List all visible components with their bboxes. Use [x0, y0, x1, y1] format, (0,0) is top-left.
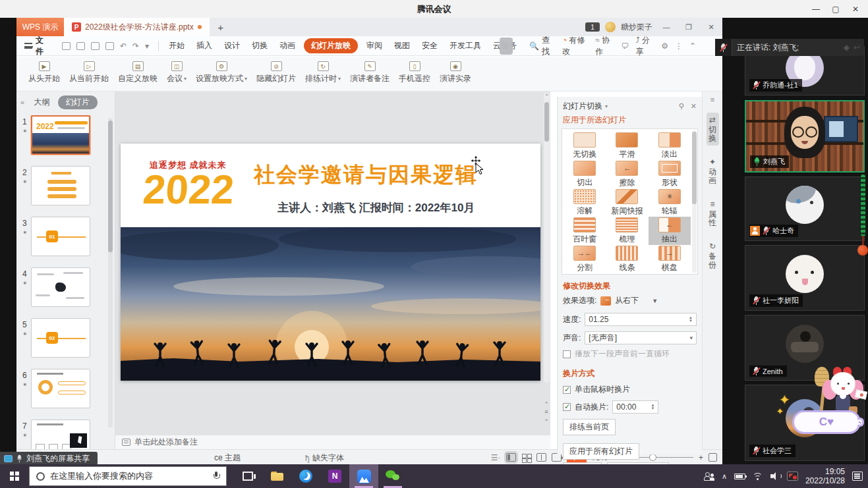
tool-会议[interactable]: ◫会议▾	[167, 61, 187, 84]
tray-expand-icon[interactable]: ∧	[722, 472, 727, 481]
wps-close-button[interactable]: ✕	[703, 23, 720, 32]
tool-隐藏幻灯片[interactable]: ⊘隐藏幻灯片	[256, 61, 296, 84]
print-icon[interactable]	[91, 42, 100, 50]
slide-thumbnail-5[interactable]: 02	[31, 318, 90, 358]
collapse-ribbon-icon[interactable]: ⌃	[689, 41, 696, 51]
transition-百叶窗[interactable]: 百叶窗	[564, 217, 606, 245]
user-avatar[interactable]	[605, 22, 616, 32]
document-tab[interactable]: P 2022级社会学班-方法讲座.pptx	[64, 18, 210, 36]
action-center-icon[interactable]	[852, 472, 863, 481]
transition-抽出[interactable]: ←抽出	[649, 217, 691, 245]
participant-tile-社会学三[interactable]: 社会学三	[745, 385, 865, 461]
participant-tile-哈士奇[interactable]: 哈士奇	[745, 176, 865, 241]
effect-dropdown-caret-icon[interactable]: ▼	[652, 298, 658, 304]
transition-线条[interactable]: 线条	[606, 245, 648, 273]
taskbar-app-qq-browser[interactable]	[291, 464, 320, 488]
reading-view-button[interactable]	[536, 453, 546, 462]
menu-插入[interactable]: 插入	[190, 40, 218, 51]
taskbar-app-onenote[interactable]: N	[320, 464, 349, 488]
fit-to-window-icon[interactable]	[709, 453, 717, 462]
transition-分割[interactable]: →←分割	[564, 245, 606, 273]
slide-editor[interactable]: 追逐梦想 成就未来 2022 社会学邀请与因果逻辑 主讲人：刘燕飞 汇报时间：2…	[121, 144, 540, 381]
wps-app-tab[interactable]: WPS 演示	[16, 18, 64, 36]
taskbar-app-task-view[interactable]	[233, 464, 262, 488]
on-click-checkbox[interactable]	[563, 386, 571, 394]
battery-icon[interactable]	[734, 474, 745, 479]
slide-thumbnail-1[interactable]: 2022	[31, 115, 90, 155]
participant-tile-刘燕飞[interactable]: 刘燕飞	[745, 100, 865, 173]
auto-advance-checkbox[interactable]	[563, 403, 571, 411]
search-mic-icon[interactable]	[213, 472, 219, 481]
file-menu-button[interactable]: 文件	[16, 35, 57, 57]
side-tab-切换[interactable]: ⇄切换	[707, 113, 719, 146]
speed-field[interactable]: 01.25 ▲▼	[585, 313, 697, 326]
sound-dropdown[interactable]: [无声音] ▾	[585, 331, 697, 344]
transition-切出[interactable]: 切出	[564, 160, 606, 188]
wps-minimize-button[interactable]: —	[658, 23, 675, 31]
menu-开始[interactable]: 开始	[163, 40, 190, 51]
close-button[interactable]: ✕	[846, 5, 865, 14]
settings-gear-icon[interactable]: ⚙	[661, 41, 668, 51]
menu-幻灯片放映[interactable]: 幻灯片放映	[304, 38, 358, 53]
loop-checkbox[interactable]	[563, 350, 571, 358]
apply-to-all-button[interactable]: 应用于所有幻灯片	[563, 443, 639, 460]
status-menu-icon[interactable]: ☰·	[491, 453, 501, 462]
slide-nav-buttons[interactable]: ⌃≡⌄	[543, 401, 550, 423]
panel-menu-icon[interactable]: ≡	[710, 95, 714, 103]
slide-thumbnail-6[interactable]	[31, 369, 90, 408]
screen-record-tray-icon[interactable]	[787, 472, 798, 481]
menu-审阅[interactable]: 审阅	[361, 40, 388, 51]
save-icon[interactable]	[62, 42, 71, 50]
preview-icon[interactable]	[105, 42, 114, 50]
advance-on-click-option[interactable]: 单击鼠标时换片	[558, 381, 702, 398]
normal-view-button[interactable]	[506, 453, 516, 462]
find-button[interactable]: 🔍 查找	[523, 35, 562, 57]
loop-sound-option[interactable]: 播放下一段声音前一直循环	[558, 346, 702, 362]
people-tray-icon[interactable]	[704, 472, 714, 480]
return-arrow-icon[interactable]: ↩	[854, 43, 860, 52]
taskbar-clock[interactable]: 19:05 2022/10/28	[805, 467, 845, 485]
tab-slides[interactable]: 幻灯片	[58, 95, 98, 109]
transition-溶解[interactable]: 溶解	[564, 188, 606, 217]
transition-轮辐[interactable]: ✳轮辐	[649, 188, 691, 217]
redo-icon[interactable]: ↷	[132, 41, 139, 51]
pin-panel-icon[interactable]: ⚲	[679, 102, 684, 111]
transition-无切换[interactable]: 无切换	[564, 132, 606, 160]
effect-options-value[interactable]: 从右下	[615, 295, 639, 306]
participant-tile-社一李妍阳[interactable]: 社一李妍阳	[745, 245, 865, 311]
taskbar-app-file-explorer[interactable]	[262, 464, 291, 488]
menu-动画[interactable]: 动画	[274, 40, 301, 51]
taskbar-app-wechat[interactable]	[378, 464, 407, 488]
close-panel-icon[interactable]: ✕	[691, 102, 697, 111]
thumbnail-scrollbar[interactable]	[108, 118, 113, 427]
tool-演讲实录[interactable]: ◉演讲实录	[440, 61, 471, 84]
collaborate-button[interactable]: ≈ 协作	[595, 35, 614, 57]
user-name[interactable]: 糖炒栗子	[621, 22, 652, 33]
menu-设计[interactable]: 设计	[218, 40, 246, 51]
modified-status[interactable]: ◔ 有修改	[562, 35, 589, 57]
side-tab-属性[interactable]: ≡属性	[707, 197, 719, 230]
new-tab-button[interactable]: +	[210, 22, 232, 33]
tool-自定义放映[interactable]: ▤自定义放映	[118, 61, 158, 84]
panel-title-caret-icon[interactable]: ▾	[605, 103, 608, 109]
taskbar-app-tencent-meeting[interactable]	[349, 464, 378, 488]
transition-淡出[interactable]: 淡出	[649, 132, 691, 160]
undo-icon[interactable]: ↶	[120, 41, 127, 51]
transition-梳理[interactable]: 梳理	[606, 217, 648, 245]
slide-thumbnail-2[interactable]	[31, 166, 90, 205]
comment-icon[interactable]: 🗩	[621, 41, 629, 51]
transition-棋盘[interactable]: →棋盘	[649, 245, 691, 273]
share-button[interactable]: ⤴ 分享	[635, 35, 654, 57]
auto-advance-time-field[interactable]: 00:00 ▲▼	[612, 400, 658, 414]
missing-font-label[interactable]: ђ缺失字体	[305, 452, 344, 464]
side-tab-备份[interactable]: ↻备份	[707, 239, 719, 272]
wifi-icon[interactable]	[753, 472, 763, 480]
customize-quick-access-icon[interactable]: ▾	[145, 41, 149, 51]
slide-thumbnail-3[interactable]: 01	[31, 217, 90, 256]
self-mute-box[interactable]	[715, 39, 732, 56]
slide-thumbnail-4[interactable]	[31, 267, 90, 307]
transition-平滑[interactable]: 平滑	[606, 132, 648, 160]
notes-bar[interactable]: 单击此处添加备注	[115, 435, 550, 449]
minimize-button[interactable]: —	[806, 5, 826, 14]
tool-从当前开始[interactable]: ▷从当前开始	[69, 61, 109, 84]
